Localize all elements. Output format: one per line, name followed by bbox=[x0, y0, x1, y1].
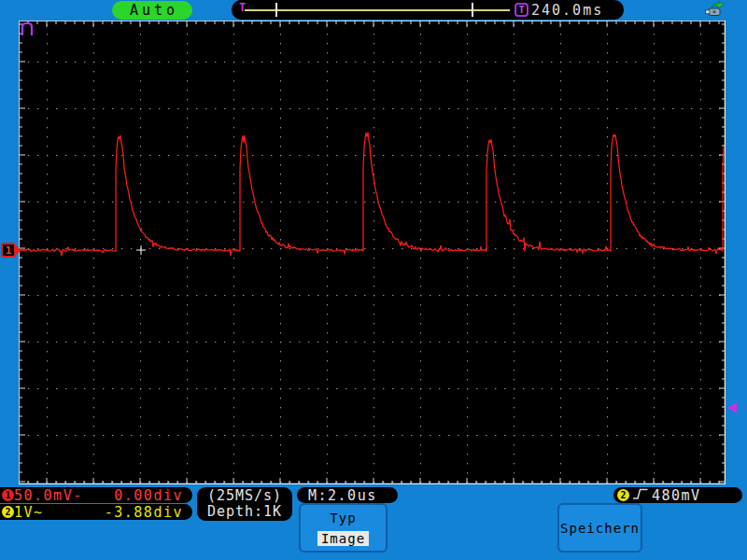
trigger-time-value: 240.0ms bbox=[531, 2, 603, 19]
sample-rate-value: (25MS/s) bbox=[207, 488, 282, 504]
trigger-point-cross bbox=[136, 245, 146, 255]
ch1-arrow-icon bbox=[16, 245, 21, 255]
rising-edge-icon bbox=[632, 486, 649, 504]
usb-icon bbox=[702, 0, 725, 21]
ch1-readout: 1 50.0mV- 0.00div bbox=[0, 487, 192, 503]
oscilloscope-bezel: Auto T T 240.0ms 1 1 5 bbox=[0, 0, 747, 560]
window-tick-right bbox=[472, 3, 473, 17]
trigger-level-arrow-icon[interactable] bbox=[727, 402, 737, 413]
ch1-position-marker[interactable]: 1 bbox=[1, 243, 21, 258]
memory-depth-value: Depth:1K bbox=[207, 504, 282, 520]
acquire-mode-badge: Auto bbox=[112, 1, 192, 20]
type-menu-selected-value: Image bbox=[317, 531, 369, 546]
type-menu-label: Typ bbox=[330, 511, 356, 525]
memory-window-line bbox=[245, 9, 510, 11]
ch1-badge: 1 bbox=[2, 489, 14, 501]
trigger-source-badge: 2 bbox=[617, 489, 629, 501]
trigger-level-value: 480mV bbox=[652, 487, 701, 504]
ch1-trace bbox=[21, 133, 724, 256]
trigger-position-bar[interactable]: T T 240.0ms bbox=[232, 0, 624, 20]
ch2-badge: 2 bbox=[2, 506, 14, 518]
timebase-readout: M:2.0us bbox=[297, 487, 398, 503]
window-tick-left bbox=[275, 3, 277, 17]
save-menu-label: Speichern bbox=[560, 521, 640, 536]
ch1-scale: 50.0mV- bbox=[14, 487, 83, 504]
ch1-position-label: 1 bbox=[1, 243, 16, 258]
trigger-time-icon: T bbox=[514, 3, 529, 17]
waveform-display bbox=[19, 21, 726, 484]
ch1-position: 0.00div bbox=[114, 487, 183, 504]
graticule bbox=[19, 21, 726, 484]
trigger-level-readout: 2 480mV bbox=[613, 487, 742, 503]
acquisition-readout: (25MS/s) Depth:1K bbox=[197, 487, 292, 521]
ch2-position: -3.88div bbox=[105, 504, 183, 521]
type-menu-button[interactable]: Typ Image bbox=[299, 503, 388, 553]
trigger-position-edge-marker bbox=[22, 23, 32, 35]
ch2-scale: 1V~ bbox=[14, 504, 44, 521]
save-menu-button[interactable]: Speichern bbox=[557, 503, 642, 553]
timebase-value: M:2.0us bbox=[308, 487, 377, 504]
trigger-position-marker-icon: T bbox=[239, 1, 246, 14]
trigger-time-readout: T 240.0ms bbox=[514, 0, 603, 20]
ch2-readout: 2 1V~ -3.88div bbox=[0, 504, 192, 520]
